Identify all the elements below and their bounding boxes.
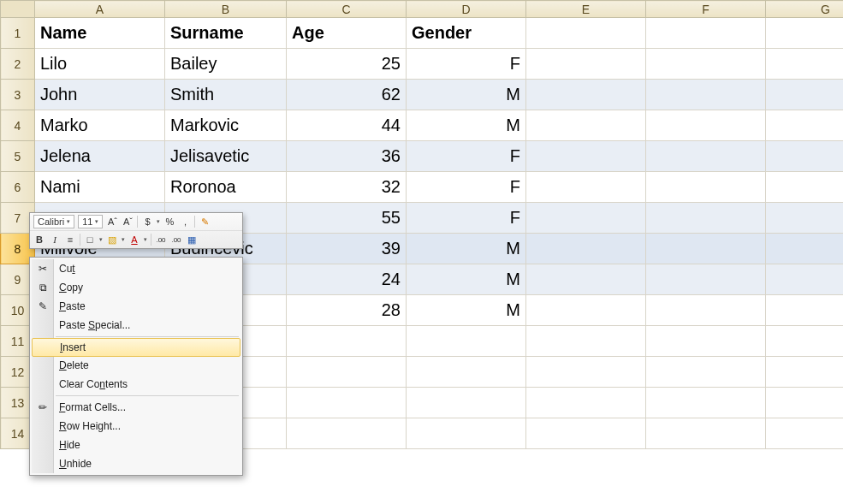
- cell-E11[interactable]: [526, 326, 646, 357]
- shrink-font-button[interactable]: Aˇ: [122, 215, 134, 228]
- cell-D13[interactable]: [407, 388, 526, 418]
- cell-D5[interactable]: F: [407, 141, 526, 172]
- column-header-E[interactable]: E: [526, 1, 646, 18]
- menu-item-row-height[interactable]: Row Height...: [32, 417, 240, 436]
- cell-E6[interactable]: [526, 172, 646, 203]
- cell-F4[interactable]: [646, 110, 766, 141]
- cell-D1[interactable]: Gender: [407, 18, 526, 49]
- italic-button[interactable]: I: [49, 233, 61, 246]
- cell-F10[interactable]: [646, 295, 766, 326]
- cell-D3[interactable]: M: [407, 80, 526, 110]
- cell-B4[interactable]: Markovic: [165, 110, 287, 141]
- cell-F13[interactable]: [646, 388, 766, 418]
- cell-G5[interactable]: [766, 141, 844, 172]
- cell-E8[interactable]: [526, 234, 646, 264]
- row-header-1[interactable]: 1: [1, 18, 35, 49]
- cell-D9[interactable]: M: [407, 264, 526, 295]
- cell-G2[interactable]: [766, 49, 844, 80]
- cell-G10[interactable]: [766, 295, 844, 326]
- column-header-G[interactable]: G: [766, 1, 844, 18]
- currency-button[interactable]: $: [141, 215, 153, 228]
- cell-A5[interactable]: Jelena: [35, 141, 165, 172]
- menu-item-insert[interactable]: Insert: [32, 338, 240, 357]
- row-header-3[interactable]: 3: [1, 80, 35, 110]
- border-button[interactable]: □: [84, 233, 96, 246]
- font-color-button[interactable]: A: [128, 233, 140, 246]
- comma-button[interactable]: ,: [179, 215, 191, 228]
- menu-item-hide[interactable]: Hide: [32, 436, 240, 454]
- menu-item-format-cells[interactable]: ✏Format Cells...: [32, 398, 240, 417]
- cell-D14[interactable]: [407, 418, 526, 449]
- cell-C2[interactable]: 25: [287, 49, 407, 80]
- row-context-menu[interactable]: ✂Cut⧉Copy✎PastePaste Special...InsertDel…: [29, 257, 243, 476]
- font-name-dropdown[interactable]: Calibri▾: [33, 215, 74, 228]
- font-size-dropdown[interactable]: 11▾: [78, 215, 103, 228]
- column-header-D[interactable]: D: [407, 1, 526, 18]
- menu-item-paste[interactable]: ✎Paste: [32, 297, 240, 316]
- cell-C3[interactable]: 62: [287, 80, 407, 110]
- cell-F11[interactable]: [646, 326, 766, 357]
- cell-F9[interactable]: [646, 264, 766, 295]
- cell-E2[interactable]: [526, 49, 646, 80]
- cell-C4[interactable]: 44: [287, 110, 407, 141]
- cell-D8[interactable]: M: [407, 234, 526, 264]
- cell-D11[interactable]: [407, 326, 526, 357]
- column-header-C[interactable]: C: [287, 1, 407, 18]
- cell-A6[interactable]: Nami: [35, 172, 165, 203]
- menu-item-delete[interactable]: Delete: [32, 356, 240, 375]
- cell-C10[interactable]: 28: [287, 295, 407, 326]
- cell-E5[interactable]: [526, 141, 646, 172]
- cell-B1[interactable]: Surname: [165, 18, 287, 49]
- cell-C5[interactable]: 36: [287, 141, 407, 172]
- cell-A1[interactable]: Name: [35, 18, 165, 49]
- cell-E1[interactable]: [526, 18, 646, 49]
- cell-G6[interactable]: [766, 172, 844, 203]
- menu-item-paste-special[interactable]: Paste Special...: [32, 316, 240, 335]
- cell-G9[interactable]: [766, 264, 844, 295]
- cell-E14[interactable]: [526, 418, 646, 449]
- cell-C11[interactable]: [287, 326, 407, 357]
- grow-font-button[interactable]: Aˆ: [106, 215, 118, 228]
- cell-D4[interactable]: M: [407, 110, 526, 141]
- menu-item-unhide[interactable]: Unhide: [32, 454, 240, 473]
- cell-G3[interactable]: [766, 80, 844, 110]
- cell-F2[interactable]: [646, 49, 766, 80]
- cell-F12[interactable]: [646, 357, 766, 388]
- cell-D6[interactable]: F: [407, 172, 526, 203]
- cell-C9[interactable]: 24: [287, 264, 407, 295]
- fill-color-button[interactable]: ▧: [106, 233, 118, 246]
- cell-B6[interactable]: Roronoa: [165, 172, 287, 203]
- row-header-4[interactable]: 4: [1, 110, 35, 141]
- cell-E12[interactable]: [526, 357, 646, 388]
- cell-C7[interactable]: 55: [287, 203, 407, 234]
- column-header-B[interactable]: B: [165, 1, 287, 18]
- cell-B3[interactable]: Smith: [165, 80, 287, 110]
- cell-G12[interactable]: [766, 357, 844, 388]
- percent-button[interactable]: %: [163, 215, 175, 228]
- cell-F6[interactable]: [646, 172, 766, 203]
- format-painter-icon[interactable]: ✎: [199, 215, 211, 228]
- cell-D10[interactable]: M: [407, 295, 526, 326]
- menu-item-clear-contents[interactable]: Clear Contents: [32, 375, 240, 394]
- mini-toolbar[interactable]: Calibri▾ 11▾ Aˆ Aˇ $▾ % , ✎ B I ≡ □▾ ▧▾ …: [29, 212, 243, 249]
- cell-C8[interactable]: 39: [287, 234, 407, 264]
- cell-C6[interactable]: 32: [287, 172, 407, 203]
- cell-G11[interactable]: [766, 326, 844, 357]
- cell-E10[interactable]: [526, 295, 646, 326]
- cell-G8[interactable]: [766, 234, 844, 264]
- cell-D7[interactable]: F: [407, 203, 526, 234]
- cell-E4[interactable]: [526, 110, 646, 141]
- cell-C13[interactable]: [287, 388, 407, 418]
- cell-E9[interactable]: [526, 264, 646, 295]
- cell-A3[interactable]: John: [35, 80, 165, 110]
- select-all-corner[interactable]: [1, 1, 35, 18]
- row-header-6[interactable]: 6: [1, 172, 35, 203]
- cell-F3[interactable]: [646, 80, 766, 110]
- row-header-5[interactable]: 5: [1, 141, 35, 172]
- cell-F14[interactable]: [646, 418, 766, 449]
- cell-E3[interactable]: [526, 80, 646, 110]
- menu-item-copy[interactable]: ⧉Copy: [32, 278, 240, 297]
- column-header-F[interactable]: F: [646, 1, 766, 18]
- cell-E13[interactable]: [526, 388, 646, 418]
- cell-G1[interactable]: [766, 18, 844, 49]
